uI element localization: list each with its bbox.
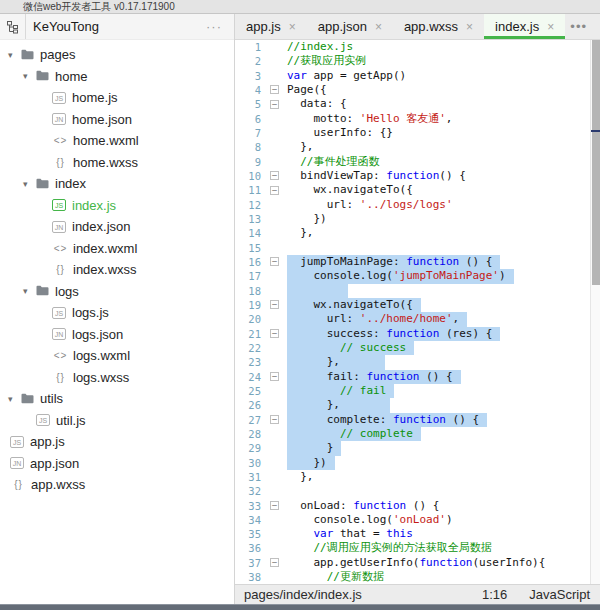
tree-item-logs[interactable]: ▾logs	[0, 281, 234, 303]
code-line[interactable]: 36 //调用应用实例的方法获取全局数据	[235, 541, 600, 555]
tree-item-logs.wxml[interactable]: < >logs.wxml	[0, 345, 234, 367]
code-line[interactable]: 19− wx.navigateTo({	[235, 298, 600, 312]
code-line[interactable]: 14 },	[235, 226, 600, 240]
fold-collapse-icon[interactable]: −	[270, 558, 279, 567]
fold-collapse-icon[interactable]: −	[270, 415, 279, 424]
tree-item-logs.wxss[interactable]: { }logs.wxss	[0, 367, 234, 389]
close-icon[interactable]: ×	[466, 20, 473, 34]
code-line[interactable]: 31 },	[235, 470, 600, 484]
code-line[interactable]: 13 })	[235, 212, 600, 226]
tab-index.js[interactable]: index.js×	[484, 14, 565, 39]
token-pl: console.log(	[287, 513, 393, 526]
code-text: //事件处理函数	[287, 155, 380, 169]
code-line[interactable]: 21− success: function (res) {	[235, 327, 600, 341]
code-line[interactable]: 7 userInfo: {}	[235, 126, 600, 140]
tree-item-home.wxml[interactable]: < >home.wxml	[0, 130, 234, 152]
code-line[interactable]: 2//获取应用实例	[235, 54, 600, 68]
line-number: 38	[235, 570, 261, 584]
code-line[interactable]: 10− bindViewTap: function() {	[235, 169, 600, 183]
tab-app.js[interactable]: app.js×	[235, 14, 307, 39]
tree-item-home[interactable]: ▾home	[0, 66, 234, 88]
code-line[interactable]: 37− app.getUserInfo(function(userInfo){	[235, 556, 600, 570]
disclosure-triangle-icon[interactable]: ▾	[23, 286, 36, 296]
code-line[interactable]: 4−Page({	[235, 83, 600, 97]
tree-item-app.js[interactable]: JSapp.js	[0, 431, 234, 453]
code-line[interactable]: 27− complete: function () {	[235, 413, 600, 427]
disclosure-triangle-icon[interactable]: ▾	[8, 394, 21, 404]
disclosure-triangle-icon[interactable]: ▾	[23, 179, 36, 189]
tree-item-home.json[interactable]: JNhome.json	[0, 109, 234, 131]
tree-item-app.wxss[interactable]: { }app.wxss	[0, 474, 234, 496]
fold-collapse-icon[interactable]: −	[270, 300, 279, 309]
line-number: 29	[235, 441, 261, 455]
tree-item-index.js[interactable]: JSindex.js	[0, 195, 234, 217]
code-line[interactable]: 35 var that = this	[235, 527, 600, 541]
line-number: 4	[235, 83, 261, 97]
code-line[interactable]: 8 },	[235, 140, 600, 154]
code-line[interactable]: 25 // fail	[235, 384, 600, 398]
tree-item-home.js[interactable]: JShome.js	[0, 87, 234, 109]
fold-collapse-icon[interactable]: −	[270, 171, 279, 180]
tree-item-pages[interactable]: ▾pages	[0, 44, 234, 66]
editor-scrollbar[interactable]	[590, 40, 600, 584]
tab-app.wxss[interactable]: app.wxss×	[393, 14, 484, 39]
code-line[interactable]: 34 console.log('onLoad')	[235, 513, 600, 527]
fold-collapse-icon[interactable]: −	[270, 100, 279, 109]
status-language-mode[interactable]: JavaScript	[529, 587, 600, 602]
line-number: 33	[235, 499, 261, 513]
tree-item-logs.json[interactable]: JNlogs.json	[0, 324, 234, 346]
fold-collapse-icon[interactable]: −	[270, 329, 279, 338]
code-line[interactable]: 38 //更新数据	[235, 570, 600, 584]
code-line[interactable]: 12 url: '../logs/logs'	[235, 198, 600, 212]
fold-collapse-icon[interactable]: −	[270, 372, 279, 381]
code-line[interactable]: 29 }	[235, 441, 600, 455]
code-line[interactable]: 26 },	[235, 398, 600, 412]
code-line[interactable]: 32	[235, 484, 600, 498]
code-line[interactable]: 15	[235, 241, 600, 255]
js-file-icon: JS	[52, 199, 66, 211]
fold-collapse-icon[interactable]: −	[270, 85, 279, 94]
code-line[interactable]: 18	[235, 284, 600, 298]
tree-item-home.wxss[interactable]: { }home.wxss	[0, 152, 234, 174]
tree-item-index.wxss[interactable]: { }index.wxss	[0, 259, 234, 281]
code-line[interactable]: 33− onLoad: function () {	[235, 499, 600, 513]
tab-app.json[interactable]: app.json×	[307, 14, 393, 39]
code-line[interactable]: 28 // complete	[235, 427, 600, 441]
code-line[interactable]: 6 motto: 'Hello 客友通',	[235, 112, 600, 126]
code-line[interactable]: 16− jumpToMainPage: function () {	[235, 255, 600, 269]
tree-item-utils[interactable]: ▾utils	[0, 388, 234, 410]
code-line[interactable]: 22 // success	[235, 341, 600, 355]
more-options-button[interactable]: ···	[206, 19, 234, 34]
tab-overflow-button[interactable]: •••	[570, 19, 600, 34]
code-line[interactable]: 5− data: {	[235, 97, 600, 111]
close-icon[interactable]: ×	[375, 20, 382, 34]
fold-collapse-icon[interactable]: −	[270, 186, 279, 195]
disclosure-triangle-icon[interactable]: ▾	[8, 50, 21, 60]
tree-item-logs.js[interactable]: JSlogs.js	[0, 302, 234, 324]
tree-item-index.json[interactable]: JNindex.json	[0, 216, 234, 238]
tree-item-index[interactable]: ▾index	[0, 173, 234, 195]
fold-gutter	[261, 312, 287, 326]
tree-item-index.wxml[interactable]: < >index.wxml	[0, 238, 234, 260]
scrollbar-thumb[interactable]	[592, 40, 600, 285]
tree-structure-icon[interactable]	[0, 14, 26, 39]
code-line[interactable]: 11− wx.navigateTo({	[235, 183, 600, 197]
close-icon[interactable]: ×	[547, 20, 554, 34]
close-icon[interactable]: ×	[289, 20, 296, 34]
code-line[interactable]: 30 })	[235, 456, 600, 470]
code-text: },	[287, 470, 314, 484]
tree-item-util.js[interactable]: JSutil.js	[0, 410, 234, 432]
fold-collapse-icon[interactable]: −	[270, 257, 279, 266]
fold-collapse-icon[interactable]: −	[270, 501, 279, 510]
fold-gutter	[261, 198, 287, 212]
code-line[interactable]: 17 console.log('jumpToMainPage')	[235, 269, 600, 283]
code-editor[interactable]: 1//index.js2//获取应用实例3var app = getApp()4…	[235, 40, 600, 584]
code-line[interactable]: 3var app = getApp()	[235, 69, 600, 83]
code-line[interactable]: 1//index.js	[235, 40, 600, 54]
code-line[interactable]: 20 url: '../home/home',	[235, 312, 600, 326]
code-line[interactable]: 9 //事件处理函数	[235, 155, 600, 169]
disclosure-triangle-icon[interactable]: ▾	[23, 71, 36, 81]
tree-item-app.json[interactable]: JNapp.json	[0, 453, 234, 475]
code-line[interactable]: 23 },	[235, 355, 600, 369]
code-line[interactable]: 24− fail: function () {	[235, 370, 600, 384]
